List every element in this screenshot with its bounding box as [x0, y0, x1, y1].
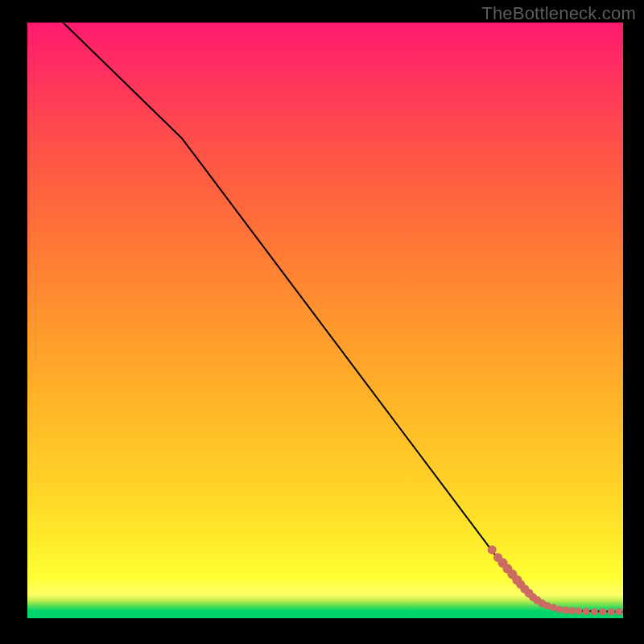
sample-point	[575, 608, 582, 615]
sample-point	[591, 608, 598, 615]
sample-points-group	[488, 545, 623, 615]
watermark-text: TheBottleneck.com	[481, 3, 636, 24]
sample-point	[555, 605, 563, 613]
chart-frame: TheBottleneck.com	[0, 0, 644, 644]
sample-point	[608, 608, 615, 615]
sample-point	[488, 545, 497, 554]
sample-point	[599, 608, 606, 615]
sample-point	[615, 608, 622, 615]
sample-point	[583, 608, 590, 615]
chart-svg	[27, 23, 623, 618]
bottleneck-curve	[63, 23, 623, 612]
plot-area	[27, 23, 623, 618]
sample-point	[568, 607, 576, 614]
